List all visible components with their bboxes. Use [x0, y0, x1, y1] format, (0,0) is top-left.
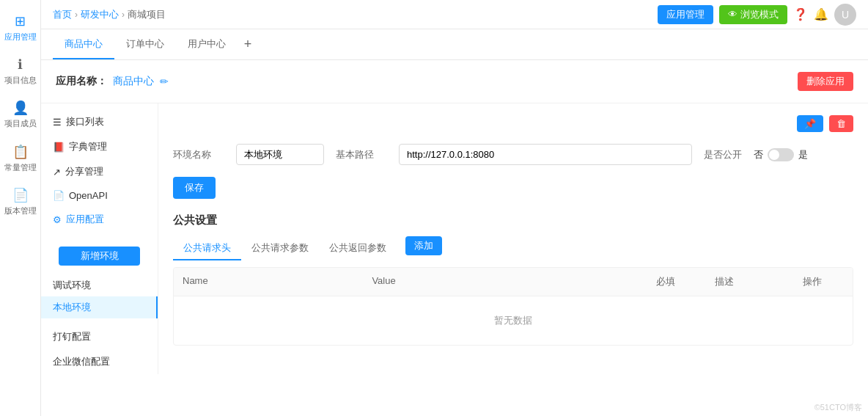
is-public-label: 是否公开 — [704, 148, 742, 161]
left-panel-enterprise-wechat[interactable]: 企业微信配置 — [41, 349, 158, 374]
left-panel-app-config[interactable]: ⚙ 应用配置 — [41, 207, 158, 232]
app-title-label: 应用名称： — [56, 75, 107, 88]
add-env-button[interactable]: 新增环境 — [59, 247, 140, 266]
content-body: ☰ 接口列表 📕 字典管理 ↗ 分享管理 📄 OpenAPI — [41, 103, 868, 374]
project-info-icon: ℹ — [18, 56, 23, 73]
sidebar-label-version-mgmt: 版本管理 — [4, 206, 37, 216]
breadcrumb-home[interactable]: 首页 — [53, 8, 72, 21]
table-col-required: 必填 — [647, 268, 706, 296]
breadcrumb: 首页 › 研发中心 › 商城项目 — [53, 8, 652, 21]
add-row-button[interactable]: 添加 — [405, 236, 442, 255]
project-member-icon: 👤 — [12, 100, 29, 116]
sub-nav: 商品中心 订单中心 用户中心 + — [41, 29, 868, 60]
form-row-env-name: 环境名称 基本路径 是否公开 否 是 — [173, 144, 853, 165]
app-mgmt-icon: ⊞ — [15, 13, 26, 29]
env-item-debug[interactable]: 调试环境 — [41, 274, 158, 296]
sidebar-item-project-info[interactable]: ℹ 项目信息 — [0, 49, 40, 92]
table-col-desc: 描述 — [706, 268, 794, 296]
app-config-icon: ⚙ — [53, 214, 62, 225]
toggle-container: 否 是 — [754, 148, 808, 161]
table-empty: 暂无数据 — [174, 296, 853, 345]
app-mgmt-button[interactable]: 应用管理 — [658, 5, 713, 24]
avatar[interactable]: U — [834, 4, 856, 26]
sidebar-item-constant-mgmt[interactable]: 📋 常量管理 — [0, 136, 40, 180]
version-mgmt-icon: 📄 — [12, 187, 29, 203]
constant-mgmt-icon: 📋 — [12, 144, 29, 160]
app-config-label: 应用配置 — [66, 213, 104, 226]
table-header: Name Value 必填 描述 操作 — [174, 268, 853, 296]
enterprise-wechat-label: 企业微信配置 — [53, 355, 110, 368]
breadcrumb-dev-center[interactable]: 研发中心 — [81, 8, 119, 21]
breadcrumb-current: 商城项目 — [128, 8, 166, 21]
right-panel-header: 📌 🗑 — [173, 115, 853, 132]
env-name-input[interactable] — [236, 144, 324, 165]
toggle-knob — [769, 150, 779, 160]
nail-config-label: 打钉配置 — [53, 330, 91, 343]
share-mgmt-label: 分享管理 — [65, 165, 103, 178]
pub-tab-return-params[interactable]: 公共返回参数 — [319, 237, 397, 260]
dict-mgmt-icon: 📕 — [53, 142, 65, 153]
app-header: 应用名称： 商品中心 ✏ 删除应用 — [41, 60, 868, 103]
public-settings-title: 公共设置 — [173, 214, 853, 227]
delete-app-button[interactable]: 删除应用 — [798, 72, 853, 91]
table-col-value: Value — [363, 268, 647, 296]
env-section: 新增环境 调试环境 本地环境 — [41, 232, 158, 324]
public-settings: 公共设置 公共请求头 公共请求参数 公共返回参数 添加 — [173, 214, 853, 346]
openapi-label: OpenAPI — [69, 190, 108, 201]
left-panel: ☰ 接口列表 📕 字典管理 ↗ 分享管理 📄 OpenAPI — [41, 103, 158, 374]
interface-list-icon: ☰ — [53, 117, 62, 128]
edit-app-name-icon[interactable]: ✏ — [160, 76, 169, 87]
dict-mgmt-label: 字典管理 — [69, 140, 107, 153]
base-path-form-label: 基本路径 — [336, 148, 387, 161]
content: 应用名称： 商品中心 ✏ 删除应用 ☰ 接口列表 📕 字典管理 — [41, 60, 868, 416]
env-name-form-label: 环境名称 — [173, 148, 224, 161]
base-url-input[interactable] — [399, 144, 692, 165]
public-settings-table: Name Value 必填 描述 操作 暂无数据 — [173, 267, 853, 346]
eye-icon: 👁 — [728, 9, 738, 20]
openapi-icon: 📄 — [53, 190, 65, 201]
right-panel: 📌 🗑 环境名称 基本路径 是否公开 否 — [158, 103, 868, 374]
tab-order[interactable]: 订单中心 — [114, 29, 176, 59]
watermark: ©51CTO博客 — [814, 402, 862, 413]
pub-tabs: 公共请求头 公共请求参数 公共返回参数 — [173, 237, 397, 260]
sidebar-label-constant-mgmt: 常量管理 — [4, 163, 37, 172]
add-tab-button[interactable]: + — [238, 34, 258, 55]
public-toggle[interactable] — [768, 148, 794, 161]
pub-tab-request-head[interactable]: 公共请求头 — [173, 237, 241, 260]
app-title-value: 商品中心 — [113, 75, 154, 88]
left-panel-nail-config[interactable]: 打钉配置 — [41, 324, 158, 349]
toggle-yes-label: 是 — [798, 148, 808, 161]
table-col-name: Name — [174, 268, 363, 296]
browse-mode-button[interactable]: 👁 浏览模式 — [719, 5, 787, 24]
share-mgmt-icon: ↗ — [53, 167, 61, 178]
sidebar-item-project-member[interactable]: 👤 项目成员 — [0, 92, 40, 136]
topbar-actions: 应用管理 👁 浏览模式 ❓ 🔔 U — [658, 4, 856, 26]
sidebar-item-app-mgmt[interactable]: ⊞ 应用管理 — [0, 6, 40, 49]
pub-tab-request-params[interactable]: 公共请求参数 — [241, 237, 319, 260]
table-col-action: 操作 — [794, 268, 853, 296]
left-panel-share-mgmt[interactable]: ↗ 分享管理 — [41, 159, 158, 184]
sidebar-label-project-info: 项目信息 — [4, 76, 37, 85]
interface-list-label: 接口列表 — [66, 115, 104, 128]
main-area: 首页 › 研发中心 › 商城项目 应用管理 👁 浏览模式 ❓ 🔔 U 商品中心 … — [41, 0, 868, 416]
toggle-no-label: 否 — [754, 148, 763, 161]
pin-button[interactable]: 📌 — [797, 115, 823, 132]
topbar: 首页 › 研发中心 › 商城项目 应用管理 👁 浏览模式 ❓ 🔔 U — [41, 0, 868, 29]
bell-icon[interactable]: 🔔 — [814, 7, 828, 21]
sidebar-item-version-mgmt[interactable]: 📄 版本管理 — [0, 180, 40, 223]
left-panel-openapi[interactable]: 📄 OpenAPI — [41, 184, 158, 207]
help-icon[interactable]: ❓ — [793, 7, 808, 21]
tab-product[interactable]: 商品中心 — [53, 29, 114, 59]
left-panel-dict-mgmt[interactable]: 📕 字典管理 — [41, 134, 158, 159]
env-item-local[interactable]: 本地环境 — [41, 296, 158, 318]
save-button[interactable]: 保存 — [173, 177, 216, 199]
sidebar-label-project-member: 项目成员 — [4, 119, 37, 128]
sidebar-label-app-mgmt: 应用管理 — [4, 32, 37, 42]
delete-env-button[interactable]: 🗑 — [829, 115, 853, 132]
left-panel-interface-list[interactable]: ☰ 接口列表 — [41, 109, 158, 134]
tab-user[interactable]: 用户中心 — [176, 29, 238, 59]
sidebar: ⊞ 应用管理 ℹ 项目信息 👤 项目成员 📋 常量管理 📄 版本管理 — [0, 0, 41, 416]
